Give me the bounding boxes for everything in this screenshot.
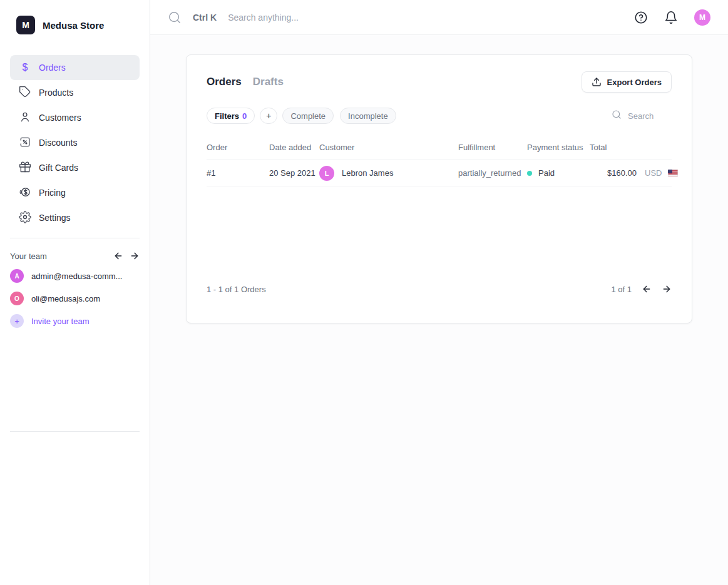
sidebar-item-gift-cards[interactable]: Gift Cards: [10, 155, 140, 180]
col-customer: Customer: [319, 143, 458, 152]
brand-logo: M: [16, 16, 35, 34]
page-indicator: 1 of 1: [611, 285, 632, 294]
keyboard-shortcut: Ctrl K: [193, 13, 217, 23]
add-filter-button[interactable]: +: [260, 108, 277, 124]
tab-drafts[interactable]: Drafts: [253, 76, 284, 88]
arrow-left-icon[interactable]: [642, 284, 652, 294]
avatar: O: [10, 292, 24, 305]
orders-table: Order Date added Customer Fulfillment Pa…: [207, 135, 672, 186]
bell-icon[interactable]: [664, 11, 678, 24]
card-header: Orders Drafts Export Orders: [207, 71, 672, 93]
brand: M Medusa Store: [0, 0, 150, 40]
chip-label: Complete: [290, 111, 326, 121]
search-icon: [168, 11, 182, 24]
topbar-actions: M: [634, 9, 710, 26]
table-row[interactable]: #1 20 Sep 2021 L Lebron James partially_…: [207, 160, 672, 186]
order-total: $160.00: [590, 168, 637, 178]
sidebar-divider: [10, 431, 140, 432]
sidebar-item-discounts[interactable]: Discounts: [10, 130, 140, 155]
sidebar-divider: [10, 238, 140, 238]
gift-icon: [19, 161, 31, 175]
sidebar-nav: $ Orders Products Customers Discounts Gi…: [0, 55, 150, 230]
tabs: Orders Drafts: [207, 76, 284, 88]
us-flag-icon: [668, 170, 678, 176]
fulfillment-status: partially_returned: [458, 168, 527, 178]
export-orders-button[interactable]: Export Orders: [582, 71, 672, 93]
team-member[interactable]: A admin@medusa-comm...: [10, 265, 140, 287]
chip-label: Incomplete: [348, 111, 388, 121]
filters-count: 0: [242, 111, 247, 121]
col-payment-status: Payment status: [527, 143, 590, 152]
sidebar: M Medusa Store $ Orders Products Custome…: [0, 0, 150, 585]
orders-card: Orders Drafts Export Orders Filters 0 + …: [186, 54, 692, 323]
store-name: Medusa Store: [43, 20, 104, 31]
order-currency: USD: [637, 168, 668, 178]
sidebar-item-pricing[interactable]: Pricing: [10, 180, 140, 205]
percent-label-icon: [19, 136, 31, 150]
global-search[interactable]: Ctrl K: [168, 11, 634, 24]
arrow-right-icon[interactable]: [130, 251, 140, 261]
gear-icon: [19, 211, 31, 225]
main-content: Orders Drafts Export Orders Filters 0 + …: [150, 35, 728, 585]
invite-label: Invite your team: [31, 317, 90, 326]
export-orders-label: Export Orders: [607, 78, 662, 87]
table-search-input[interactable]: [628, 111, 672, 121]
sidebar-item-label: Discounts: [39, 138, 77, 148]
plus-icon: +: [10, 314, 24, 328]
col-fulfillment: Fulfillment: [458, 143, 527, 152]
col-date-added: Date added: [269, 143, 319, 152]
tab-orders[interactable]: Orders: [207, 76, 242, 88]
col-total: Total: [590, 143, 637, 152]
team-member[interactable]: O oli@medusajs.com: [10, 287, 140, 310]
table-header-row: Order Date added Customer Fulfillment Pa…: [207, 135, 672, 160]
paid-dot-icon: [527, 171, 532, 176]
app: M Medusa Store $ Orders Products Custome…: [0, 0, 728, 585]
team-title: Your team: [10, 252, 47, 261]
sidebar-item-label: Settings: [39, 213, 71, 223]
help-icon[interactable]: [634, 11, 648, 24]
pagination: 1 of 1: [611, 284, 672, 294]
sidebar-item-label: Orders: [39, 63, 66, 73]
avatar: A: [10, 269, 24, 283]
filter-chip-incomplete[interactable]: Incomplete: [340, 108, 396, 124]
plus-icon: +: [266, 111, 271, 121]
team-section: Your team A admin@medusa-comm... O oli@m…: [0, 247, 150, 332]
col-order: Order: [207, 143, 269, 152]
sidebar-item-label: Pricing: [39, 188, 66, 198]
order-date: 20 Sep 2021: [269, 168, 319, 178]
payment-status: Paid: [538, 168, 555, 178]
topbar: Ctrl K M: [150, 0, 728, 35]
sidebar-item-products[interactable]: Products: [10, 80, 140, 105]
sidebar-item-label: Gift Cards: [39, 163, 78, 173]
user-avatar[interactable]: M: [694, 9, 710, 26]
filter-chip-complete[interactable]: Complete: [282, 108, 334, 124]
filters-button[interactable]: Filters 0: [207, 108, 255, 124]
arrow-left-icon[interactable]: [113, 251, 123, 261]
search-icon: [612, 109, 622, 122]
arrow-right-icon[interactable]: [662, 284, 672, 294]
dollar-icon: $: [19, 62, 31, 73]
order-id: #1: [207, 168, 269, 178]
customer-avatar: L: [319, 166, 334, 181]
sidebar-item-orders[interactable]: $ Orders: [10, 55, 140, 80]
table-search[interactable]: [612, 109, 672, 122]
sidebar-item-settings[interactable]: Settings: [10, 205, 140, 230]
filters-row: Filters 0 + Complete Incomplete: [207, 108, 672, 124]
results-summary: 1 - 1 of 1 Orders: [207, 285, 266, 294]
customer-name: Lebron James: [342, 168, 393, 178]
member-email: oli@medusajs.com: [31, 294, 100, 303]
member-email: admin@medusa-comm...: [31, 272, 122, 281]
upload-icon: [592, 77, 602, 87]
coin-dollar-icon: [19, 186, 31, 200]
user-icon: [19, 111, 31, 125]
tag-icon: [19, 86, 31, 100]
invite-team-button[interactable]: + Invite your team: [10, 310, 140, 332]
filters-label: Filters: [215, 111, 239, 121]
sidebar-item-label: Customers: [39, 113, 81, 123]
table-footer: 1 - 1 of 1 Orders 1 of 1: [207, 284, 672, 294]
sidebar-item-label: Products: [39, 88, 73, 98]
search-input[interactable]: [228, 13, 416, 23]
sidebar-item-customers[interactable]: Customers: [10, 105, 140, 130]
